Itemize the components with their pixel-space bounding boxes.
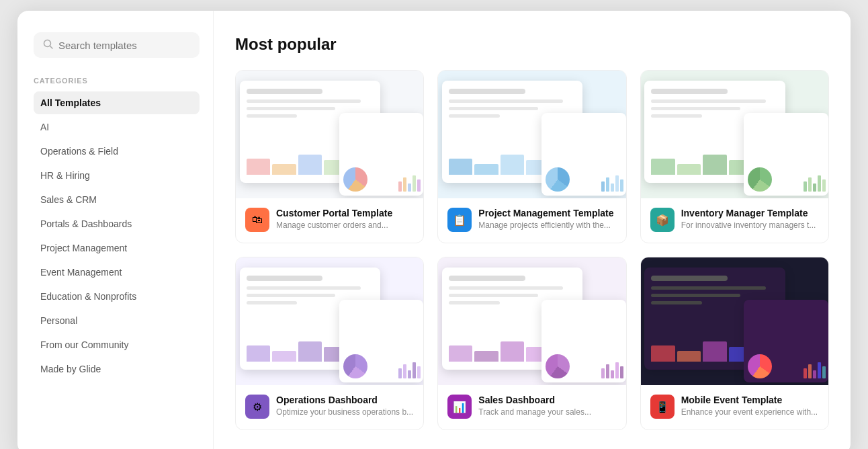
card-desc-operations-dashboard: Optimize your business operations b...	[276, 407, 414, 417]
card-operations-dashboard[interactable]: ⚙Operations DashboardOptimize your busin…	[235, 257, 424, 430]
sidebar-item-from-community[interactable]: From our Community	[34, 333, 200, 356]
card-icon-inventory-manager: 📦	[650, 208, 675, 232]
card-sales-dashboard[interactable]: 📊Sales DashboardTrack and manage your sa…	[437, 257, 626, 430]
sidebar-item-project-management[interactable]: Project Management	[34, 237, 200, 259]
sidebar-item-portals-dashboards[interactable]: Portals & Dashboards	[34, 212, 200, 235]
card-desc-mobile-event: Enhance your event experience with...	[681, 407, 819, 417]
card-title-customer-portal: Customer Portal Template	[276, 208, 414, 218]
page-title: Most popular	[235, 35, 829, 54]
sidebar-item-hr-hiring[interactable]: HR & Hiring	[34, 164, 200, 187]
template-grid: 🛍Customer Portal TemplateManage customer…	[235, 70, 829, 430]
sidebar: CATEGORIES All TemplatesAIOperations & F…	[17, 11, 214, 449]
card-mobile-event[interactable]: 📱Mobile Event TemplateEnhance your event…	[640, 257, 829, 430]
sidebar-item-operations-field[interactable]: Operations & Field	[34, 140, 200, 163]
svg-line-1	[50, 46, 53, 49]
sidebar-item-all-templates[interactable]: All Templates	[34, 91, 200, 114]
sidebar-item-sales-crm[interactable]: Sales & CRM	[34, 188, 200, 211]
card-icon-sales-dashboard: 📊	[447, 395, 472, 419]
sidebar-item-education-nonprofits[interactable]: Education & Nonprofits	[34, 285, 200, 308]
card-desc-customer-portal: Manage customer orders and...	[276, 220, 414, 230]
search-box[interactable]	[34, 32, 200, 58]
card-title-project-management: Project Management Template	[478, 208, 616, 218]
search-icon	[43, 39, 53, 51]
card-project-management[interactable]: 📋Project Management TemplateManage proje…	[437, 70, 626, 243]
main-content: Most popular 🛍Customer Portal TemplateMa…	[214, 11, 851, 449]
sidebar-item-personal[interactable]: Personal	[34, 309, 200, 332]
sidebar-nav: All TemplatesAIOperations & FieldHR & Hi…	[34, 91, 200, 380]
sidebar-item-event-management[interactable]: Event Management	[34, 261, 200, 284]
card-desc-project-management: Manage projects efficiently with the...	[478, 220, 616, 230]
app-container: CATEGORIES All TemplatesAIOperations & F…	[17, 11, 851, 449]
card-icon-customer-portal: 🛍	[245, 208, 269, 232]
card-icon-mobile-event: 📱	[650, 395, 675, 419]
categories-label: CATEGORIES	[34, 77, 200, 85]
card-title-inventory-manager: Inventory Manager Template	[681, 208, 819, 218]
card-icon-project-management: 📋	[447, 208, 472, 232]
card-desc-sales-dashboard: Track and manage your sales...	[478, 407, 616, 417]
card-title-operations-dashboard: Operations Dashboard	[276, 395, 414, 405]
card-customer-portal[interactable]: 🛍Customer Portal TemplateManage customer…	[235, 70, 424, 243]
search-input[interactable]	[58, 40, 190, 51]
card-icon-operations-dashboard: ⚙	[245, 395, 269, 419]
card-inventory-manager[interactable]: 📦Inventory Manager TemplateFor innovativ…	[640, 70, 829, 243]
card-title-mobile-event: Mobile Event Template	[681, 395, 819, 405]
sidebar-item-made-by-glide[interactable]: Made by Glide	[34, 358, 200, 380]
card-title-sales-dashboard: Sales Dashboard	[478, 395, 616, 405]
sidebar-item-ai[interactable]: AI	[34, 116, 200, 138]
card-desc-inventory-manager: For innovative inventory managers t...	[681, 220, 819, 230]
